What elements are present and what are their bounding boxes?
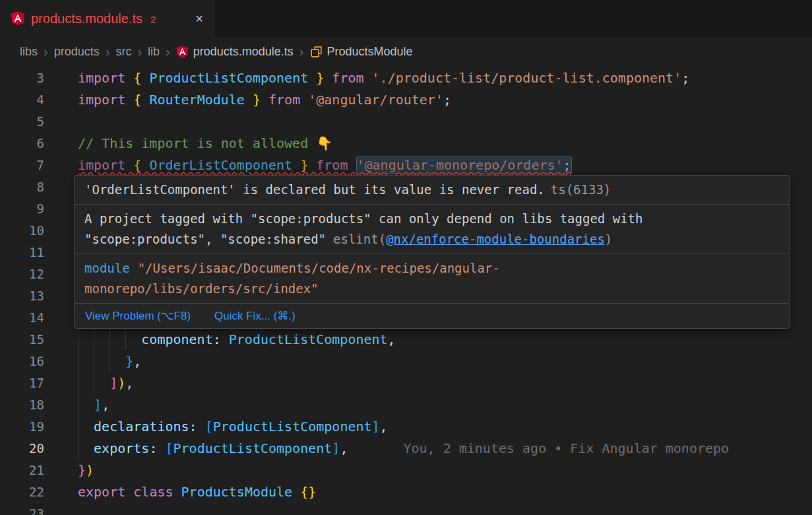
line-number[interactable]: 13: [0, 285, 66, 307]
breadcrumb-label: products.module.ts: [193, 45, 294, 59]
code-line[interactable]: 17]),: [0, 372, 812, 394]
line-content: [66, 503, 78, 515]
indent-guide: [78, 329, 94, 351]
highlighted-range: '@angular-monorepo/orders';: [356, 156, 572, 174]
code-token: [261, 92, 268, 108]
code-token: '@angular/router': [308, 92, 443, 108]
line-number[interactable]: 3: [0, 67, 66, 89]
tab-products-module-ts[interactable]: products.module.ts 2 ×: [0, 0, 215, 37]
ts-diagnostic: 'OrderListComponent' is declared but its…: [75, 176, 789, 204]
code-token: ProductsModule: [181, 484, 293, 500]
code-line[interactable]: 16},: [0, 351, 812, 372]
code-token: from: [332, 70, 363, 86]
breadcrumb-item-libs[interactable]: libs: [20, 45, 38, 59]
module-path-line-1: "/Users/isaac/Documents/code/nx-recipes/…: [138, 261, 500, 275]
breadcrumb-item-productsmodule[interactable]: ProductsModule: [310, 45, 413, 59]
breadcrumb-item-products[interactable]: products: [54, 45, 100, 59]
line-number[interactable]: 9: [0, 198, 66, 220]
indent-guide: [78, 351, 94, 372]
code-token: [141, 70, 149, 86]
eslint-source: eslint(@nx/enforce-module-boundaries): [333, 232, 612, 246]
code-token: ProductListComponent: [213, 419, 372, 434]
code-token: ,: [380, 419, 388, 434]
code-token: [173, 484, 181, 500]
line-number[interactable]: 18: [0, 394, 66, 416]
breadcrumb: libs›products›src›lib›products.module.ts…: [0, 37, 812, 66]
line-number[interactable]: 16: [0, 351, 66, 372]
code-line[interactable]: 3import { ProductListComponent } from '.…: [0, 67, 812, 89]
indent-guide: [78, 416, 94, 438]
code-token: [125, 92, 133, 108]
line-number[interactable]: 15: [0, 329, 66, 351]
code-token: }: [300, 157, 308, 173]
code-token: ,: [125, 375, 133, 391]
code-token: ;: [681, 70, 689, 86]
eslint-rule-link[interactable]: @nx/enforce-module-boundaries: [386, 232, 605, 246]
line-number[interactable]: 7: [0, 154, 66, 176]
breadcrumb-item-lib[interactable]: lib: [148, 45, 160, 59]
module-keyword: module: [84, 261, 130, 275]
code-token: [308, 157, 316, 173]
line-number[interactable]: 23: [0, 503, 66, 515]
code-token: '@angular-monorepo/orders': [357, 157, 563, 173]
indent-guide: [125, 329, 141, 351]
code-token: :: [213, 331, 229, 347]
code-token: [308, 70, 316, 86]
line-number[interactable]: 17: [0, 372, 66, 394]
line-content: exports: [ProductListComponent],You, 2 m…: [66, 438, 729, 460]
module-path-info: module"/Users/isaac/Documents/code/nx-re…: [75, 254, 789, 303]
tab-bar: products.module.ts 2 ×: [0, 0, 812, 37]
code-token: RouterModule: [149, 92, 245, 108]
code-line[interactable]: 15component: ProductListComponent,: [0, 329, 812, 351]
line-number[interactable]: 19: [0, 416, 66, 438]
code-line[interactable]: 21}): [0, 460, 812, 481]
line-number[interactable]: 12: [0, 263, 66, 285]
code-token: {: [133, 70, 141, 86]
quick-fix-action[interactable]: Quick Fix... (⌘.): [214, 309, 296, 323]
view-problem-action[interactable]: View Problem (⌥F8): [85, 309, 191, 323]
breadcrumb-label: ProductsModule: [327, 45, 413, 59]
breadcrumb-item-src[interactable]: src: [115, 45, 131, 59]
code-line[interactable]: 4import { RouterModule } from '@angular/…: [0, 89, 812, 111]
code-token: [292, 484, 300, 500]
breadcrumb-item-products-module-ts[interactable]: products.module.ts: [176, 45, 294, 59]
close-tab-icon[interactable]: ×: [194, 11, 204, 26]
code-token: ;: [443, 92, 451, 108]
eslint-diagnostic: A project tagged with "scope:products" c…: [75, 204, 789, 254]
breadcrumb-label: libs: [20, 45, 38, 59]
indent-guide: [109, 329, 125, 351]
code-line[interactable]: 19declarations: [ProductListComponent],: [0, 416, 812, 438]
code-line[interactable]: 7import { OrderListComponent } from '@an…: [0, 154, 812, 176]
code-line[interactable]: 22export class ProductsModule {}: [0, 481, 812, 503]
code-line[interactable]: 5: [0, 111, 812, 133]
tab-title: products.module.ts: [31, 11, 142, 26]
line-number[interactable]: 10: [0, 220, 66, 242]
code-token: ]: [332, 440, 340, 456]
line-number[interactable]: 5: [0, 111, 66, 133]
line-number[interactable]: 22: [0, 481, 66, 503]
angular-icon: [11, 11, 25, 26]
code-line[interactable]: 20exports: [ProductListComponent],You, 2…: [0, 438, 812, 460]
code-token: './product-list/product-list.component': [372, 70, 682, 86]
line-number[interactable]: 20: [0, 438, 66, 460]
code-line[interactable]: 6// This import is not allowed 👇: [0, 133, 812, 154]
code-token: export: [78, 484, 125, 500]
code-token: [: [165, 440, 173, 456]
line-number[interactable]: 21: [0, 460, 66, 481]
code-token: import: [78, 157, 125, 173]
code-token: [141, 157, 149, 173]
code-line[interactable]: 18],: [0, 394, 812, 416]
line-number[interactable]: 6: [0, 133, 66, 154]
code-token: [125, 484, 133, 500]
code-line[interactable]: 23: [0, 503, 812, 515]
problems-count-badge: 2: [150, 12, 156, 25]
code-token: {: [133, 92, 141, 108]
line-number[interactable]: 8: [0, 176, 66, 198]
line-number[interactable]: 4: [0, 89, 66, 111]
line-number[interactable]: 11: [0, 242, 66, 263]
line-number[interactable]: 14: [0, 307, 66, 329]
indent-guide: [78, 372, 94, 394]
eslint-message-line-1: A project tagged with "scope:products" c…: [84, 209, 779, 229]
line-content: import { OrderListComponent } from '@ang…: [66, 154, 572, 176]
code-token: }: [125, 353, 133, 369]
